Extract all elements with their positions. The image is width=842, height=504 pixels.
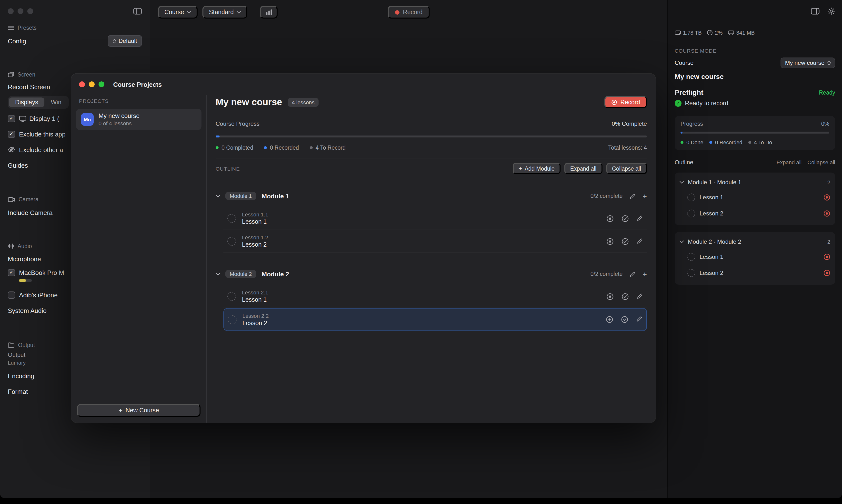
close-window-button[interactable] bbox=[8, 8, 14, 14]
preset-dropdown[interactable]: Standard bbox=[203, 6, 247, 19]
project-list-item[interactable]: Mn My new course 0 of 4 lessons bbox=[76, 109, 202, 130]
pencil-icon[interactable] bbox=[637, 238, 643, 245]
lesson-row-selected[interactable]: Lesson 2.2 Lesson 2 bbox=[223, 308, 647, 331]
record-lesson-icon[interactable] bbox=[606, 316, 613, 323]
tab-windows[interactable]: Win bbox=[45, 97, 68, 107]
zoom-window-button[interactable] bbox=[27, 8, 33, 14]
memory-usage-value: 341 MB bbox=[736, 30, 755, 36]
chevron-down-icon[interactable] bbox=[216, 272, 221, 275]
course-projects-modal: Course Projects PROJECTS Mn My new cours… bbox=[71, 74, 656, 422]
course-mode-panel: 1.78 TB 2% 341 MB COURSE MODE Course My … bbox=[667, 0, 842, 498]
panel-expand-all[interactable]: Expand all bbox=[777, 159, 802, 165]
project-subtitle: 0 of 4 lessons bbox=[99, 120, 139, 126]
guides-label[interactable]: Guides bbox=[8, 162, 28, 169]
record-course-label: Record bbox=[620, 99, 640, 106]
panel-right-toggle-icon[interactable] bbox=[811, 8, 820, 15]
legend-todo: 4 To Do bbox=[754, 139, 772, 145]
record-lesson-button[interactable] bbox=[823, 253, 830, 260]
bar-chart-icon bbox=[265, 9, 273, 16]
mark-complete-icon[interactable] bbox=[621, 238, 629, 245]
config-default-dropdown[interactable]: Default bbox=[108, 35, 142, 47]
chevron-down-icon bbox=[237, 11, 241, 14]
record-lesson-icon[interactable] bbox=[606, 215, 614, 222]
module-badge: Module 1 bbox=[225, 192, 256, 200]
mark-complete-icon[interactable] bbox=[621, 293, 629, 300]
pencil-icon[interactable] bbox=[637, 215, 643, 222]
add-module-button[interactable]: + Add Module bbox=[513, 163, 561, 174]
progress-bar-fill bbox=[681, 132, 683, 133]
include-camera-label[interactable]: Include Camera bbox=[8, 209, 53, 216]
module-badge: Module 2 bbox=[225, 270, 256, 278]
panel-lesson-row[interactable]: Lesson 1 bbox=[680, 189, 830, 205]
panel-lesson-row[interactable]: Lesson 2 bbox=[680, 265, 830, 281]
add-lesson-icon[interactable]: + bbox=[642, 270, 647, 277]
legend-dot-todo bbox=[748, 141, 751, 144]
pencil-icon[interactable] bbox=[629, 271, 636, 277]
system-audio-label[interactable]: System Audio bbox=[8, 307, 47, 314]
expand-all-button[interactable]: Expand all bbox=[564, 163, 602, 174]
panel-lesson-row[interactable]: Lesson 2 bbox=[680, 205, 830, 221]
record-course-button[interactable]: Record bbox=[604, 96, 647, 108]
project-avatar: Mn bbox=[81, 113, 94, 126]
tab-displays[interactable]: Displays bbox=[9, 97, 45, 107]
sidebar-toggle-icon[interactable] bbox=[133, 8, 142, 15]
lesson-row[interactable]: Lesson 1.1 Lesson 1 bbox=[223, 207, 647, 230]
record-lesson-button[interactable] bbox=[823, 269, 830, 276]
total-lessons: Total lessons: 4 bbox=[608, 145, 647, 150]
panel-module-header[interactable]: Module 1 - Module 1 2 bbox=[680, 176, 830, 189]
lesson-code: Lesson 1.2 bbox=[242, 234, 268, 240]
check-circle-icon: ✓ bbox=[675, 100, 682, 107]
lessons-list: Lesson 2.1 Lesson 1 Lesson 2.2 bbox=[223, 285, 647, 331]
record-lesson-icon[interactable] bbox=[606, 238, 614, 245]
add-lesson-icon[interactable]: + bbox=[642, 192, 647, 200]
preflight-row: Preflight Ready bbox=[675, 88, 835, 97]
mark-complete-icon[interactable] bbox=[621, 316, 628, 323]
memory-usage: 341 MB bbox=[728, 30, 755, 36]
pencil-icon[interactable] bbox=[637, 293, 643, 300]
panel-lesson-title: Lesson 2 bbox=[700, 269, 723, 276]
panel-collapse-all[interactable]: Collapse all bbox=[807, 159, 835, 165]
minimize-window-button[interactable] bbox=[89, 82, 94, 87]
legend-dot-recorded bbox=[709, 141, 712, 144]
panel-lesson-row[interactable]: Lesson 1 bbox=[680, 249, 830, 265]
course-mode-dropdown[interactable]: Course bbox=[158, 6, 198, 19]
record-lesson-button[interactable] bbox=[823, 194, 830, 201]
minimize-window-button[interactable] bbox=[18, 8, 23, 14]
legend-dot-done bbox=[681, 141, 684, 144]
gear-icon[interactable] bbox=[827, 7, 835, 15]
exclude-app-checkbox[interactable]: ✓ bbox=[8, 130, 15, 138]
chevron-down-icon bbox=[680, 181, 684, 184]
pencil-icon[interactable] bbox=[629, 193, 636, 199]
record-lesson-icon[interactable] bbox=[606, 293, 614, 300]
output-value[interactable]: Lumary bbox=[8, 360, 25, 365]
new-course-button[interactable]: + New Course bbox=[77, 404, 201, 417]
lesson-code: Lesson 1.1 bbox=[242, 212, 268, 217]
config-row: Config Default bbox=[8, 35, 142, 47]
lesson-row[interactable]: Lesson 1.2 Lesson 2 bbox=[223, 230, 647, 253]
close-window-button[interactable] bbox=[79, 82, 85, 87]
lesson-row[interactable]: Lesson 2.1 Lesson 1 bbox=[223, 285, 647, 308]
mark-complete-icon[interactable] bbox=[621, 215, 629, 222]
panel-module-header[interactable]: Module 2 - Module 2 2 bbox=[680, 235, 830, 249]
eye-off-icon[interactable] bbox=[8, 147, 15, 152]
chevron-down-icon[interactable] bbox=[216, 195, 221, 197]
audio-section-label: Audio bbox=[18, 243, 32, 249]
zoom-window-button[interactable] bbox=[99, 82, 104, 87]
iphone-device-checkbox[interactable] bbox=[8, 291, 15, 299]
record-icon bbox=[611, 99, 617, 105]
encoding-label[interactable]: Encoding bbox=[8, 372, 34, 379]
pencil-icon[interactable] bbox=[636, 316, 642, 323]
collapse-all-button[interactable]: Collapse all bbox=[606, 163, 647, 174]
divider bbox=[216, 158, 647, 158]
record-toolbar-button[interactable]: Record bbox=[388, 6, 430, 19]
stats-button[interactable] bbox=[260, 6, 278, 19]
panel-module-card: Module 1 - Module 1 2 Lesson 1 Lesson 2 bbox=[675, 173, 835, 225]
monitor-icon bbox=[19, 115, 26, 122]
course-select-dropdown[interactable]: My new course bbox=[781, 57, 835, 68]
display1-checkbox[interactable]: ✓ bbox=[8, 115, 15, 122]
panel-module-card: Module 2 - Module 2 2 Lesson 1 Lesson 2 bbox=[675, 232, 835, 285]
format-label[interactable]: Format bbox=[8, 388, 28, 395]
mic-device-checkbox[interactable]: ✓ bbox=[8, 269, 15, 276]
projects-header: PROJECTS bbox=[71, 95, 206, 109]
record-lesson-button[interactable] bbox=[823, 210, 830, 217]
